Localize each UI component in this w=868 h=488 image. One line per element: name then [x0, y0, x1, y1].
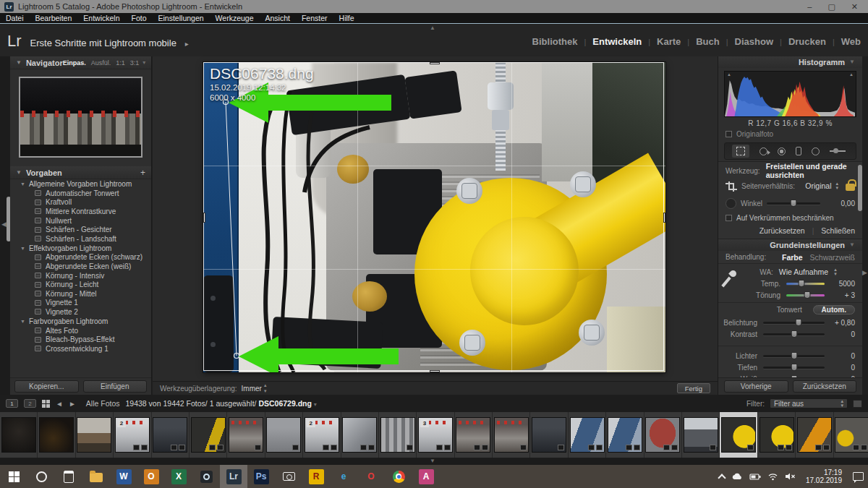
- filmstrip-thumbnail[interactable]: [265, 412, 303, 458]
- add-preset-button[interactable]: +: [140, 168, 145, 178]
- preset-sch-rfen-landschaft[interactable]: Schärfen - Landschaft: [10, 234, 151, 244]
- slider-thumb[interactable]: [791, 352, 797, 359]
- explorer-icon[interactable]: [82, 465, 110, 488]
- preset-sch-rfen-gesichter[interactable]: Schärfen - Gesichter: [10, 225, 151, 234]
- slider-track[interactable]: [763, 333, 825, 335]
- maximize-button[interactable]: ▢: [827, 0, 835, 13]
- calculator-icon[interactable]: [55, 465, 82, 488]
- filmstrip-thumbnail[interactable]: [569, 412, 606, 458]
- lightroom-icon[interactable]: Lr: [220, 465, 247, 488]
- cortana-icon[interactable]: [27, 465, 55, 488]
- nav-zoom-einpas[interactable]: Einpas.: [63, 59, 86, 67]
- filmstrip-thumbnail[interactable]: 2: [303, 412, 341, 458]
- slider-track[interactable]: [763, 322, 825, 324]
- filmstrip-thumbnail[interactable]: [38, 412, 75, 458]
- slider-thumb[interactable]: [791, 330, 797, 338]
- module-bibliothek[interactable]: Bibliothek: [532, 36, 578, 47]
- start-icon[interactable]: [0, 465, 27, 488]
- crop-handle-left[interactable]: [203, 213, 205, 223]
- filmstrip-thumbnail[interactable]: [834, 412, 868, 458]
- opera-icon[interactable]: O: [357, 465, 385, 488]
- preset-abgerundete-ecken-wei[interactable]: Abgerundete Ecken (weiß): [10, 262, 151, 271]
- tool-overlay-dropdown[interactable]: Immer: [242, 385, 262, 393]
- volume-muted-icon[interactable]: [785, 472, 796, 481]
- treatment-color-button[interactable]: Farbe: [782, 253, 803, 262]
- collapse-left-icon[interactable]: ◀: [1, 221, 7, 228]
- highlight-clip-icon[interactable]: ▲: [849, 72, 854, 77]
- slider-track[interactable]: [763, 355, 825, 357]
- constrain-checkbox[interactable]: [726, 215, 732, 221]
- nav-zoom-ausf-l[interactable]: Ausfül.: [91, 59, 111, 67]
- menu-fenster[interactable]: Fenster: [302, 14, 328, 22]
- done-button[interactable]: Fertig: [677, 383, 710, 393]
- preset-kraftvoll[interactable]: Kraftvoll: [10, 198, 151, 207]
- crop-reset-button[interactable]: Zurücksetzen: [760, 226, 805, 235]
- filmstrip-thumbnail[interactable]: [682, 412, 720, 458]
- reset-button[interactable]: Zurücksetzen: [793, 380, 857, 393]
- crop-frame-icon[interactable]: [726, 180, 737, 192]
- previous-photo-icon[interactable]: ◄: [56, 400, 63, 408]
- preset-group-allgemeine-vorgaben-lightroom[interactable]: ▼Allgemeine Vorgaben Lightroom: [10, 179, 151, 189]
- lock-icon[interactable]: [846, 184, 855, 191]
- crop-handle-top[interactable]: [430, 62, 440, 64]
- filmstrip-thumbnail[interactable]: [530, 412, 568, 458]
- menu-ansicht[interactable]: Ansicht: [265, 14, 290, 22]
- histogram-header[interactable]: Histogramm ▼: [718, 56, 862, 68]
- navigator-preview[interactable]: [19, 77, 142, 158]
- collapse-right-icon[interactable]: ▶: [862, 269, 867, 276]
- preset-bleach-bypass-effekt[interactable]: Bleach-Bypass-Effekt: [10, 335, 151, 344]
- next-photo-icon[interactable]: ►: [69, 400, 76, 408]
- navigator-header[interactable]: ▼ Navigator Einpas.Ausfül.1:13:1 ▾: [10, 56, 151, 69]
- module-diashow[interactable]: Diashow: [735, 36, 773, 47]
- filmstrip-thumbnail[interactable]: [379, 412, 417, 458]
- menu-werkzeuge[interactable]: Werkzeuge: [216, 14, 254, 22]
- filmstrip-thumbnail[interactable]: [0, 412, 38, 458]
- filmstrip-thumbnail[interactable]: [796, 412, 833, 458]
- filmstrip-thumbnail[interactable]: [644, 412, 682, 458]
- filter-switch-icon[interactable]: [853, 400, 862, 408]
- recovery-app-icon[interactable]: R: [302, 465, 330, 488]
- filmstrip-thumbnail[interactable]: [493, 412, 530, 458]
- crop-close-button[interactable]: Schließen: [821, 226, 855, 235]
- filmstrip-thumbnail[interactable]: [227, 412, 265, 458]
- histogram-display[interactable]: ▲ ▲: [724, 71, 856, 117]
- nav-zoom-dropdown-icon[interactable]: ▾: [142, 60, 145, 66]
- photo-canvas[interactable]: DSC06738.dng 15.02.2019 12:14:32 6000 x …: [203, 62, 665, 372]
- photoshop-icon[interactable]: Ps: [247, 465, 275, 488]
- menu-hilfe[interactable]: Hilfe: [339, 14, 354, 22]
- close-button[interactable]: ✕: [851, 0, 858, 13]
- slider-thumb[interactable]: [791, 364, 797, 371]
- module-web[interactable]: Web: [841, 36, 861, 47]
- filmstrip-thumbnail[interactable]: [152, 412, 190, 458]
- menu-datei[interactable]: Datei: [6, 14, 24, 22]
- crop-tool-button[interactable]: [732, 145, 749, 158]
- source-breadcrumb[interactable]: Alle Fotos: [86, 399, 120, 408]
- action-center-icon[interactable]: [853, 472, 864, 481]
- word-icon[interactable]: W: [110, 465, 137, 488]
- photo-viewer-icon[interactable]: [192, 465, 220, 488]
- preset-vignette-2[interactable]: Vignette 2: [10, 307, 151, 317]
- preset-k-rnung-intensiv[interactable]: Körnung - Intensiv: [10, 271, 151, 281]
- collapse-top-icon[interactable]: ▲: [430, 25, 435, 31]
- slider-thumb[interactable]: [804, 291, 811, 299]
- crop-handle-bottom[interactable]: [430, 370, 440, 372]
- filmstrip-thumbnail[interactable]: [758, 412, 796, 458]
- grid-view-icon[interactable]: [42, 400, 50, 408]
- wb-dropdown[interactable]: Wie Aufnahme: [779, 267, 828, 276]
- white-balance-eyedropper[interactable]: [723, 266, 739, 291]
- preset-k-rnung-leicht[interactable]: Körnung - Leicht: [10, 280, 151, 289]
- battery-icon[interactable]: [749, 472, 761, 481]
- straighten-tool-icon[interactable]: [726, 198, 736, 209]
- access-icon[interactable]: A: [412, 465, 440, 488]
- paste-button[interactable]: Einfügen: [83, 380, 148, 393]
- slider-track[interactable]: [786, 283, 825, 285]
- slider-thumb[interactable]: [799, 280, 805, 287]
- menu-bearbeiten[interactable]: Bearbeiten: [35, 14, 72, 22]
- original-photo-checkbox[interactable]: [726, 131, 732, 137]
- filmstrip-thumbnail[interactable]: [190, 412, 227, 458]
- shadow-clip-icon[interactable]: ▲: [727, 72, 731, 77]
- crop-handle-right[interactable]: [663, 213, 665, 223]
- auto-tone-button[interactable]: Autom.: [813, 305, 855, 314]
- edge-icon[interactable]: e: [330, 465, 357, 488]
- preset-automatischer-tonwert[interactable]: Automatischer Tonwert: [10, 189, 151, 198]
